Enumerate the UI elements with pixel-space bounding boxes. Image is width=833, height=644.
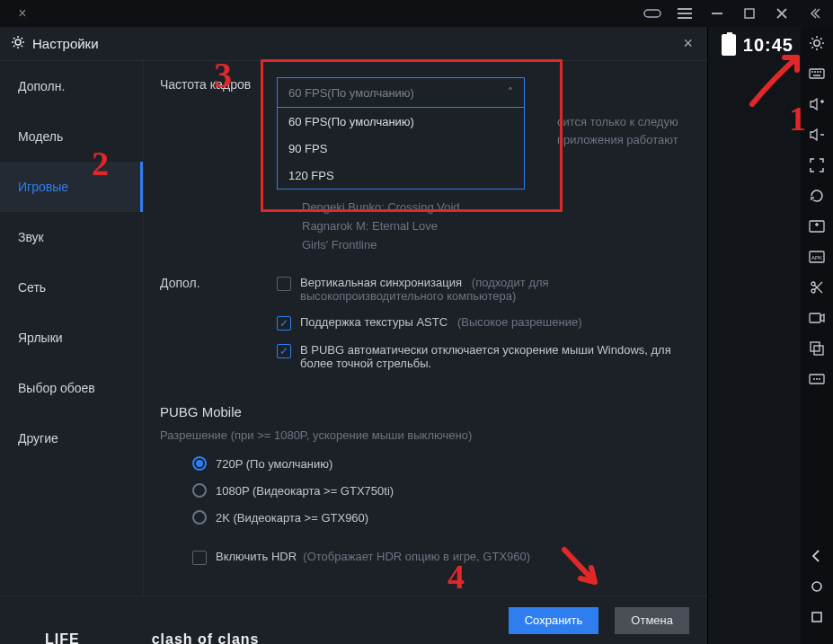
minimize-button[interactable] bbox=[707, 4, 727, 23]
background-app-labels: LIFE clash of clans bbox=[45, 631, 260, 644]
astc-hint: (Высокое разрешение) bbox=[457, 315, 582, 329]
toolbar-rail: APK bbox=[801, 27, 833, 644]
sidebar-item-extra[interactable]: Дополн. bbox=[0, 61, 143, 111]
res-2k-label: 2K (Видеокарта >= GTX960) bbox=[216, 511, 368, 525]
sidebar-item-other[interactable]: Другие bbox=[0, 413, 143, 463]
window-controls bbox=[642, 4, 833, 23]
fps-dropdown[interactable]: 60 FPS(По умолчанию) ˄ 60 FPS(По умолчан… bbox=[277, 77, 525, 190]
tab: × bbox=[0, 1, 45, 26]
sidebar-item-network[interactable]: Сеть bbox=[0, 262, 143, 313]
res-720-label: 720P (По умолчанию) bbox=[216, 457, 332, 471]
svg-point-35 bbox=[812, 582, 821, 591]
settings-close-icon[interactable]: × bbox=[679, 31, 696, 57]
sidebar-item-model[interactable]: Модель bbox=[0, 111, 143, 162]
recents-icon[interactable] bbox=[806, 606, 828, 628]
settings-header: Настройки × bbox=[0, 27, 707, 61]
pubg-resolution-hint: Разрешение (при >= 1080P, ускорение мыши… bbox=[160, 428, 691, 442]
svg-rect-36 bbox=[812, 613, 821, 622]
tab-close-icon[interactable]: × bbox=[18, 5, 26, 22]
svg-rect-10 bbox=[810, 69, 824, 78]
svg-point-9 bbox=[814, 40, 820, 46]
vsync-label: Вертикальная синхронизация bbox=[300, 276, 462, 289]
res-2k-radio[interactable] bbox=[192, 510, 207, 525]
battery-icon bbox=[722, 34, 736, 56]
fps-dropdown-menu: 60 FPS(По умолчанию) 90 FPS 120 FPS bbox=[277, 108, 525, 190]
record-icon[interactable] bbox=[806, 307, 828, 329]
hdr-hint: (Отображает HDR опцию в игре, GTX960) bbox=[303, 550, 530, 563]
settings-content[interactable]: Частота кадров 60 FPS(По умолчанию) ˄ 60… bbox=[144, 61, 707, 595]
astc-checkbox[interactable]: ✓ bbox=[277, 316, 291, 331]
chevron-up-icon: ˄ bbox=[508, 86, 513, 99]
extra-row-label: Допол. bbox=[160, 276, 277, 383]
fps-option-120[interactable]: 120 FPS bbox=[278, 162, 524, 189]
menu-icon[interactable] bbox=[675, 4, 695, 23]
sidebar-item-shortcuts[interactable]: Ярлыки bbox=[0, 313, 143, 363]
svg-point-32 bbox=[813, 378, 815, 380]
multi-instance-icon[interactable] bbox=[806, 338, 828, 359]
fps-hint-cut: сится только к следую приложения работаю… bbox=[557, 113, 678, 149]
emulator-stage: 10:45 Настройки × Дополн. Модель Игровые… bbox=[0, 27, 801, 644]
game-list-item: Ragnarok M: Eternal Love bbox=[302, 217, 691, 236]
svg-point-24 bbox=[811, 282, 815, 286]
svg-point-34 bbox=[819, 378, 820, 380]
maximize-button[interactable] bbox=[740, 4, 759, 23]
svg-text:APK: APK bbox=[811, 255, 822, 260]
svg-rect-29 bbox=[811, 342, 820, 351]
fps-row-label: Частота кадров bbox=[160, 77, 277, 254]
hdr-label: Включить HDR bbox=[216, 550, 297, 563]
more-icon[interactable] bbox=[806, 368, 828, 390]
screenshot-icon[interactable] bbox=[806, 216, 828, 237]
hdr-checkbox[interactable] bbox=[192, 551, 207, 565]
device-status-bar: 10:45 bbox=[722, 27, 801, 63]
pubg-mouse-label: В PUBG автоматически отключается ускорен… bbox=[300, 343, 687, 370]
svg-point-33 bbox=[816, 378, 818, 380]
gear-icon bbox=[11, 35, 25, 52]
keyboard-icon[interactable] bbox=[806, 63, 828, 84]
volume-up-icon[interactable] bbox=[806, 93, 828, 115]
astc-label: Поддержка текстуры ASTC bbox=[300, 315, 448, 329]
collapse-rail-icon[interactable] bbox=[804, 4, 824, 23]
gamepad-icon[interactable] bbox=[642, 4, 662, 23]
sidebar-item-sound[interactable]: Звук bbox=[0, 212, 143, 262]
cancel-button[interactable]: Отмена bbox=[615, 607, 689, 634]
sidebar: Дополн. Модель Игровые Звук Сеть Ярлыки … bbox=[0, 61, 144, 595]
fps-dropdown-toggle[interactable]: 60 FPS(По умолчанию) ˄ bbox=[277, 77, 525, 108]
page-title: Настройки bbox=[11, 35, 99, 52]
vsync-checkbox[interactable] bbox=[277, 277, 291, 291]
close-button[interactable] bbox=[772, 4, 792, 23]
apk-icon[interactable]: APK bbox=[806, 246, 828, 268]
pubg-section-title: PUBG Mobile bbox=[160, 404, 691, 419]
volume-down-icon[interactable] bbox=[806, 124, 828, 146]
fps-option-90[interactable]: 90 FPS bbox=[278, 135, 524, 162]
sidebar-item-game[interactable]: Игровые bbox=[0, 162, 143, 212]
settings-window: Настройки × Дополн. Модель Игровые Звук … bbox=[0, 27, 708, 644]
svg-rect-0 bbox=[644, 10, 660, 17]
clock: 10:45 bbox=[743, 35, 793, 56]
fullscreen-icon[interactable] bbox=[806, 154, 828, 176]
svg-rect-30 bbox=[814, 346, 823, 355]
settings-title-label: Настройки bbox=[32, 36, 99, 51]
pubg-mouse-checkbox[interactable]: ✓ bbox=[277, 344, 291, 358]
game-list-item: Dengeki Bunko: Crossing Void bbox=[302, 198, 691, 217]
res-1080-radio[interactable] bbox=[192, 483, 207, 498]
home-icon[interactable] bbox=[806, 576, 828, 597]
game-list-item: Girls' Frontline bbox=[302, 236, 691, 255]
res-1080-label: 1080P (Видеокарта >= GTX750ti) bbox=[216, 484, 394, 498]
back-icon[interactable] bbox=[806, 545, 828, 567]
fps-selected-label: 60 FPS(По умолчанию) bbox=[288, 86, 414, 100]
svg-rect-28 bbox=[810, 313, 820, 322]
save-button[interactable]: Сохранить bbox=[509, 607, 599, 634]
fps-option-60[interactable]: 60 FPS(По умолчанию) bbox=[278, 108, 524, 135]
svg-point-25 bbox=[811, 289, 815, 293]
svg-point-8 bbox=[15, 40, 21, 45]
sidebar-item-wallpaper[interactable]: Выбор обоев bbox=[0, 363, 143, 413]
scissors-icon[interactable] bbox=[806, 277, 828, 298]
titlebar: × bbox=[0, 0, 833, 27]
res-720-radio[interactable] bbox=[192, 456, 207, 471]
rotate-icon[interactable] bbox=[806, 185, 828, 207]
svg-rect-5 bbox=[745, 9, 754, 18]
settings-gear-icon[interactable] bbox=[806, 32, 828, 54]
